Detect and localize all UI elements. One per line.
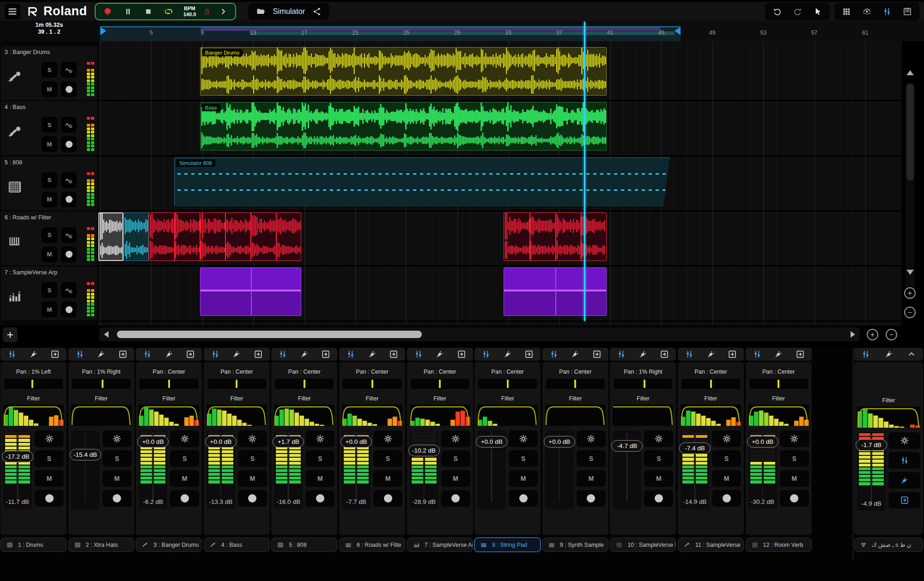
clip-purple[interactable]	[504, 267, 607, 316]
strip-solo-button[interactable]: S	[712, 450, 741, 467]
collapse-button[interactable]	[905, 349, 918, 360]
clip-white[interactable]	[98, 212, 123, 261]
master-plug-button[interactable]	[888, 472, 920, 489]
strip-mute-button[interactable]: M	[238, 470, 267, 487]
pan-slider[interactable]	[72, 379, 131, 389]
strip-solo-button[interactable]: S	[170, 450, 199, 467]
strip-send-button[interactable]	[793, 349, 807, 360]
pan-slider[interactable]	[614, 379, 672, 389]
strip-mute-button[interactable]: M	[305, 470, 334, 487]
strip-settings-button[interactable]	[305, 430, 334, 447]
filter-spectrum[interactable]	[748, 405, 809, 426]
track-automation-button[interactable]	[61, 282, 77, 298]
fader-track[interactable]: +0.0 dB	[545, 430, 574, 509]
share-icon[interactable]	[312, 7, 322, 16]
master-eq-button[interactable]	[888, 452, 920, 469]
channel-name-button[interactable]: 4 : Bass	[204, 538, 270, 552]
strip-mute-button[interactable]: M	[712, 470, 741, 487]
mixer-view-button[interactable]	[878, 4, 896, 19]
strip-eq-button[interactable]	[614, 349, 628, 360]
channel-name-button[interactable]: 11 : SampleVerse	[678, 538, 744, 552]
fader-track[interactable]: -10.2 dB-28.9 dB	[410, 430, 438, 509]
fader-value-badge[interactable]: +0.0 dB	[476, 436, 507, 448]
plug-button[interactable]	[162, 349, 176, 360]
strip-solo-button[interactable]: S	[35, 450, 64, 467]
track-solo-button[interactable]: S	[42, 227, 57, 243]
track-header[interactable]: 7 : SampleVerse ArpSM	[1, 266, 97, 320]
strip-solo-button[interactable]: S	[644, 450, 673, 467]
channel-name-button[interactable]: 5 : 808	[271, 538, 337, 552]
fader-value-badge[interactable]: -17.2 dB	[2, 451, 33, 462]
fader-value-badge[interactable]: +0.0 dB	[340, 436, 372, 448]
undo-button[interactable]	[768, 4, 786, 19]
pan-slider[interactable]	[275, 379, 334, 389]
folder-icon[interactable]	[255, 7, 266, 16]
track-header[interactable]: 5 : 808SM	[1, 157, 97, 210]
plug-button[interactable]	[27, 349, 41, 360]
track-mute-button[interactable]: M	[42, 247, 57, 262]
strip-settings-button[interactable]	[712, 430, 741, 447]
strip-send-button[interactable]	[251, 349, 265, 360]
strip-settings-button[interactable]	[373, 430, 402, 447]
plug-button[interactable]	[501, 349, 515, 360]
fader-track[interactable]: -4.7 dB	[613, 430, 641, 509]
channel-name-button[interactable]: ن ط s ـ صش ك	[854, 538, 923, 552]
strip-record-arm-button[interactable]	[35, 490, 64, 507]
zoom-out-horizontal-button[interactable]: −	[886, 329, 897, 340]
fader-value-badge[interactable]: -7.4 dB	[679, 442, 711, 454]
fader-value-badge[interactable]: +0.0 dB	[137, 436, 169, 448]
strip-record-arm-button[interactable]	[103, 490, 132, 507]
fader-value-badge[interactable]: -10.2 dB	[408, 445, 440, 456]
strip-settings-button[interactable]	[441, 430, 470, 447]
scroll-up-button[interactable]	[903, 66, 918, 79]
strip-record-arm-button[interactable]	[644, 490, 673, 507]
fader-track[interactable]: -15.4 dB	[71, 430, 100, 509]
pause-button[interactable]	[118, 4, 138, 19]
fader-value-badge[interactable]: -4.7 dB	[611, 440, 643, 452]
strip-send-button[interactable]	[590, 349, 604, 360]
track-mute-button[interactable]: M	[42, 302, 57, 317]
clip-banger-drums[interactable]: Banger Drums	[200, 47, 607, 96]
strip-eq-button[interactable]	[140, 349, 154, 360]
strip-eq-button[interactable]	[73, 349, 87, 360]
fader-track[interactable]: +0.0 dB-6.2 dB	[139, 430, 167, 509]
clip-teal[interactable]	[123, 212, 149, 261]
fader-value-badge[interactable]: +0.0 dB	[205, 436, 237, 448]
grid-view-button[interactable]	[837, 4, 856, 19]
strip-send-button[interactable]	[522, 349, 536, 360]
track-solo-button[interactable]: S	[42, 172, 57, 188]
clip-bass[interactable]: Bass	[200, 102, 607, 151]
clip-grid[interactable]: Banger DrumsBassSimulator 808	[98, 41, 902, 326]
strip-record-arm-button[interactable]	[238, 490, 267, 507]
strip-send-button[interactable]	[319, 349, 333, 360]
fader-track[interactable]: +0.0 dB-7.7 dB	[342, 430, 371, 509]
strip-settings-button[interactable]	[35, 430, 64, 447]
plug-button[interactable]	[365, 349, 379, 360]
channel-name-button[interactable]: 12 : Room Verb	[746, 538, 812, 552]
strip-record-arm-button[interactable]	[577, 490, 606, 507]
strip-mute-button[interactable]: M	[644, 470, 673, 487]
strip-settings-button[interactable]	[780, 430, 809, 447]
channel-name-button[interactable]: 1 : Drums	[0, 538, 67, 552]
filter-spectrum[interactable]	[545, 405, 606, 426]
horizontal-scrollbar[interactable]	[99, 327, 860, 341]
clip-simulator-808[interactable]: Simulator 808	[174, 157, 670, 206]
horizontal-scrollbar-thumb[interactable]	[117, 331, 422, 338]
monitor-view-button[interactable]	[857, 4, 876, 19]
fader-track[interactable]: -7.4 dB-14.9 dB	[681, 430, 709, 509]
metronome-button[interactable]	[201, 4, 213, 19]
channel-name-button[interactable]: 10 : SampleVerse Le	[610, 538, 676, 552]
filter-spectrum[interactable]	[139, 405, 199, 426]
strip-eq-button[interactable]	[276, 349, 290, 360]
channel-name-button[interactable]: 7 : SampleVerse Ar	[407, 538, 473, 552]
pointer-tool-button[interactable]	[808, 4, 827, 19]
strip-record-arm-button[interactable]	[509, 490, 538, 507]
pan-slider[interactable]	[343, 379, 401, 389]
pan-slider[interactable]	[546, 379, 605, 389]
plug-button[interactable]	[230, 349, 243, 360]
strip-send-button[interactable]	[183, 349, 197, 360]
strip-mute-button[interactable]: M	[170, 470, 199, 487]
strip-record-arm-button[interactable]	[780, 490, 809, 507]
filter-spectrum[interactable]	[71, 405, 132, 426]
filter-spectrum[interactable]	[857, 406, 920, 428]
